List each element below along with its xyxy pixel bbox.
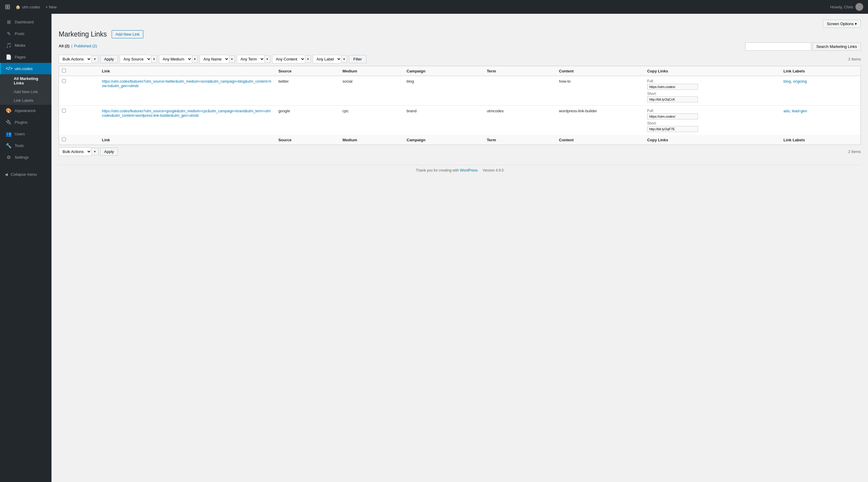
screen-options-bar: Screen Options ▾: [59, 20, 861, 28]
filter-tabs: All (2) | Published (2): [59, 44, 97, 48]
add-new-link-button[interactable]: Add New Link: [112, 30, 143, 38]
link-label-lead-gen[interactable]: lead-gen: [792, 109, 807, 113]
wp-logo-icon[interactable]: ⊞: [5, 3, 10, 11]
row-checkbox[interactable]: [62, 79, 66, 83]
link-url-1[interactable]: https://utm.codes/features?utm_source=tw…: [102, 79, 272, 88]
link-label-ongoing[interactable]: ongoing: [793, 79, 807, 84]
tab-published[interactable]: Published (2): [74, 44, 97, 48]
bulk-actions-arrow-icon[interactable]: ▾: [91, 55, 98, 63]
sidebar-item-settings[interactable]: ⚙ Settings: [0, 151, 52, 163]
medium-cell-1: social: [339, 76, 403, 106]
bulk-actions-arrow-icon-bottom[interactable]: ▾: [91, 148, 98, 155]
source-dropdown[interactable]: Any Source: [120, 55, 151, 63]
row-checkbox[interactable]: [62, 109, 66, 113]
term-column-header: Term: [484, 66, 556, 76]
term-column-footer: Term: [484, 135, 556, 145]
page-title: Marketing Links: [59, 30, 107, 38]
submenu-all-marketing-links[interactable]: All Marketing Links: [0, 74, 52, 87]
copy-links-column-footer: Copy Links: [644, 135, 780, 145]
medium-dropdown[interactable]: Any Medium: [159, 55, 192, 63]
link-label-ads[interactable]: ads: [784, 109, 790, 113]
copy-links-column-header: Copy Links: [644, 66, 780, 76]
search-marketing-links-button[interactable]: Search Marketing Links: [812, 42, 861, 51]
short-label-2: Short:: [647, 121, 777, 125]
bulk-apply-button-top[interactable]: Apply: [100, 55, 118, 63]
sidebar-item-label: utm.codes: [15, 66, 33, 71]
site-home-icon: 🏠: [16, 5, 20, 9]
sidebar-item-users[interactable]: 👥 Users: [0, 128, 52, 140]
content-dropdown[interactable]: Any Content: [272, 55, 305, 63]
utmcodes-icon: </>: [6, 66, 12, 71]
select-all-header: [59, 66, 99, 76]
bottom-filters-bar: Bulk Actions ▾ Apply 2 items: [59, 147, 861, 156]
term-cell-1: [484, 76, 556, 106]
collapse-menu-button[interactable]: ◀ Collapse menu: [0, 169, 52, 180]
submenu-add-new-link[interactable]: Add New Link: [0, 87, 52, 96]
version-label: Version 4.9.5: [483, 168, 504, 173]
row-checkbox-cell: [59, 106, 99, 135]
medium-filter: Any Medium ▾: [159, 55, 198, 63]
tools-icon: 🔧: [6, 143, 12, 149]
medium-arrow-icon[interactable]: ▾: [192, 55, 198, 63]
site-name[interactable]: 🏠 utm.codes: [16, 5, 40, 9]
tab-separator: |: [71, 44, 72, 48]
howdy-label: Howdy, Chris: [830, 5, 853, 9]
sidebar-item-utmcodes[interactable]: </> utm.codes: [0, 63, 52, 74]
full-url-input-1[interactable]: [647, 84, 698, 90]
appearance-icon: 🎨: [6, 108, 12, 114]
table-row: https://utm.codes/features?utm_source=go…: [59, 106, 861, 135]
name-arrow-icon[interactable]: ▾: [229, 55, 235, 63]
bulk-actions-dropdown-bottom[interactable]: Bulk Actions: [59, 147, 91, 156]
sidebar-item-media[interactable]: 🎵 Media: [0, 39, 52, 51]
content-arrow-icon[interactable]: ▾: [305, 55, 311, 63]
term-dropdown[interactable]: Any Term: [237, 55, 264, 63]
short-label-1: Short:: [647, 92, 777, 96]
sidebar-item-pages[interactable]: 📄 Pages: [0, 51, 52, 63]
source-column-footer: Source: [275, 135, 339, 145]
content-cell-2: wordpress-link-builder: [556, 106, 644, 135]
user-avatar[interactable]: [856, 3, 863, 11]
full-url-input-2[interactable]: [647, 114, 698, 119]
admin-sidebar: ⊞ Dashboard ✎ Posts 🎵 Media 📄 Pages </> …: [0, 14, 52, 482]
sidebar-item-appearance[interactable]: 🎨 Appearance: [0, 105, 52, 117]
term-arrow-icon[interactable]: ▾: [264, 55, 270, 63]
search-input[interactable]: [745, 42, 811, 51]
sidebar-item-tools[interactable]: 🔧 Tools: [0, 140, 52, 151]
source-cell-1: twitter: [275, 76, 339, 106]
new-content-button[interactable]: + New: [45, 5, 57, 9]
label-dropdown[interactable]: Any Label: [313, 55, 341, 63]
wordpress-link[interactable]: WordPress: [460, 168, 478, 173]
source-arrow-icon[interactable]: ▾: [151, 55, 157, 63]
row-checkbox-cell: [59, 76, 99, 106]
items-count-top: 2 items: [848, 57, 861, 61]
term-cell-2: utmcodes: [484, 106, 556, 135]
name-dropdown[interactable]: Any Name: [199, 55, 229, 63]
campaign-column-footer: Campaign: [404, 135, 484, 145]
content-cell-1: how-to: [556, 76, 644, 106]
link-label-blog[interactable]: blog: [784, 79, 791, 84]
label-arrow-icon[interactable]: ▾: [341, 55, 347, 63]
sidebar-item-dashboard[interactable]: ⊞ Dashboard: [0, 16, 52, 28]
collapse-icon: ◀: [5, 172, 8, 177]
short-url-input-1[interactable]: [647, 96, 698, 102]
bulk-actions-dropdown[interactable]: Bulk Actions: [59, 55, 91, 63]
page-header: Marketing Links Add New Link: [59, 30, 861, 38]
sidebar-item-posts[interactable]: ✎ Posts: [0, 28, 52, 39]
tab-all[interactable]: All (2): [59, 44, 69, 48]
bulk-apply-button-bottom[interactable]: Apply: [100, 148, 118, 156]
select-all-checkbox[interactable]: [62, 68, 66, 72]
link-url-2[interactable]: https://utm.codes/features?utm_source=go…: [102, 109, 271, 118]
submenu-link-labels[interactable]: Link Labels: [0, 96, 52, 105]
filter-button[interactable]: Filter: [349, 55, 367, 63]
short-url-input-2[interactable]: [647, 126, 698, 132]
screen-options-arrow-icon: ▾: [855, 22, 857, 26]
table-header-row: Link Source Medium Campaign Term Content…: [59, 66, 861, 76]
sidebar-item-plugins[interactable]: 🔌 Plugins: [0, 117, 52, 128]
pages-icon: 📄: [6, 54, 12, 60]
sidebar-item-label: Plugins: [15, 120, 28, 124]
sidebar-item-label: Dashboard: [15, 20, 34, 24]
medium-column-footer: Medium: [339, 135, 403, 145]
screen-options-button[interactable]: Screen Options ▾: [823, 20, 861, 28]
content-column-header: Content: [556, 66, 644, 76]
select-all-checkbox-footer[interactable]: [62, 138, 66, 141]
